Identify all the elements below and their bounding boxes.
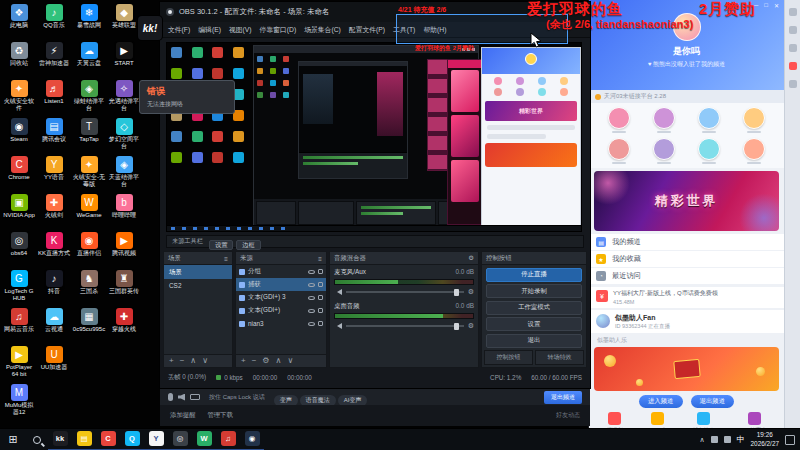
menu-item[interactable]: 停靠窗口(D) — [257, 23, 300, 37]
visibility-eye-icon[interactable] — [308, 322, 315, 326]
taskbar-app[interactable]: ♫ — [216, 429, 240, 450]
volume-icon[interactable] — [724, 436, 731, 443]
source-toolbar-button[interactable]: 设置 — [209, 240, 233, 250]
desktop-icon[interactable]: ✚ 穿越火线 — [107, 308, 141, 344]
taskbar-app[interactable]: Q — [120, 429, 144, 450]
desktop-icon[interactable]: ✦ 火绒安全-无毒版 — [72, 156, 106, 192]
speaker-icon[interactable] — [334, 323, 342, 329]
desktop-icon[interactable]: ▶ 腾讯视频 — [107, 232, 141, 268]
scenes-toolbar-button[interactable]: − — [180, 357, 185, 365]
lock-icon[interactable] — [318, 295, 323, 300]
source-item[interactable]: 分组 — [236, 265, 326, 278]
desktop-icon[interactable]: W WeGame — [72, 194, 106, 230]
desktop-icon[interactable]: ♻ 回收站 — [2, 42, 36, 78]
control-button[interactable]: 退出 — [486, 334, 582, 348]
menu-item[interactable]: 编辑(E) — [195, 23, 224, 37]
desktop-icon[interactable]: ♞ 三国杀 — [72, 270, 106, 306]
control-button[interactable]: 开始录制 — [486, 284, 582, 298]
desktop-icon[interactable]: ♫ 网易云音乐 — [2, 308, 36, 344]
taskbar-app[interactable]: C — [96, 429, 120, 450]
channel-action-button[interactable]: 退出频道 — [691, 395, 735, 408]
desktop-icon[interactable]: ♪ QQ音乐 — [37, 4, 71, 40]
rail-icon[interactable] — [789, 8, 797, 16]
desktop-icon[interactable]: G LogTech G HUB — [2, 270, 36, 306]
collapsed-dock-tab[interactable]: 控制按钮 — [484, 350, 533, 365]
search-button[interactable] — [26, 436, 48, 444]
scenes-toolbar-button[interactable]: ∨ — [202, 357, 208, 365]
shortcut-item[interactable]: 玩游戏 — [650, 412, 667, 429]
desktop-icon[interactable]: ◈ 绿蛙结弹平台 — [72, 80, 106, 116]
rail-gift-icon[interactable] — [789, 62, 797, 70]
dock-menu-icon[interactable]: ≡ — [224, 255, 228, 262]
desktop-icon[interactable]: ✧ 光遇结弹平台 — [107, 80, 141, 116]
taskbar-app[interactable]: ◎ — [168, 429, 192, 450]
lock-icon[interactable] — [318, 321, 323, 326]
desktop-icon[interactable]: ♜ 三国群英传 — [107, 270, 141, 306]
input-language-indicator[interactable]: 中 — [737, 434, 745, 445]
source-item[interactable]: 捕获 — [236, 278, 326, 291]
anchor-avatar[interactable] — [608, 107, 630, 129]
desktop-icon[interactable]: M MuMu模拟器12 — [2, 384, 36, 420]
sources-toolbar-button[interactable]: ∨ — [287, 357, 293, 365]
error-popup[interactable]: 错误 无法连接网络 — [139, 80, 235, 114]
channel-gear-icon[interactable] — [468, 322, 474, 330]
volume-slider[interactable] — [346, 291, 464, 293]
desktop-icon[interactable]: ◆ 英雄联盟 — [107, 4, 141, 40]
anchor-avatar[interactable] — [653, 107, 675, 129]
sources-toolbar-button[interactable]: + — [241, 357, 246, 365]
scene-item[interactable]: 场景 — [164, 265, 232, 279]
rail-icon[interactable] — [789, 26, 797, 34]
volume-slider[interactable] — [346, 325, 464, 327]
source-toolbar-button[interactable]: 边框 — [236, 240, 260, 250]
desktop-icon[interactable]: ❄ 暴雪战网 — [72, 4, 106, 40]
desktop-icon[interactable]: U UU加速器 — [37, 346, 71, 382]
window-control-button[interactable]: □ — [764, 2, 768, 9]
collapsed-dock-tab[interactable]: 转场特效 — [535, 350, 584, 365]
mixer-gear-icon[interactable]: ⚙ — [468, 254, 474, 262]
scenes-toolbar-button[interactable]: ∧ — [190, 357, 196, 365]
lock-icon[interactable] — [318, 308, 323, 313]
dock-menu-icon[interactable]: ≡ — [318, 255, 322, 262]
desktop-icon[interactable]: ✦ 火绒安全软件 — [2, 80, 36, 116]
control-button[interactable]: 设置 — [486, 317, 582, 331]
desktop-icon[interactable]: ▣ NVIDIA App — [2, 194, 36, 230]
desktop-icon[interactable]: ▶ PotPlayer 64 bit — [2, 346, 36, 382]
sources-toolbar-button[interactable]: ⚙ — [262, 357, 269, 365]
desktop-icon[interactable]: ◎ obs64 — [2, 232, 36, 268]
visibility-eye-icon[interactable] — [308, 283, 315, 287]
anchor-avatar[interactable] — [698, 107, 720, 129]
window-control-button[interactable]: ✕ — [774, 2, 779, 9]
visibility-eye-icon[interactable] — [308, 296, 315, 300]
rail-icon[interactable] — [789, 44, 797, 52]
welfare-promo-row[interactable]: ¥ YY福利大厅-新版上线，Q币话费免费领 415.48M — [589, 287, 784, 308]
visibility-eye-icon[interactable] — [308, 270, 315, 274]
channel-gear-icon[interactable] — [468, 288, 474, 296]
desktop-icon[interactable]: ✚ 火绒剑 — [37, 194, 71, 230]
start-button[interactable]: ⊞ — [0, 433, 26, 446]
anchor-avatar[interactable] — [743, 138, 765, 160]
desktop-icon[interactable]: b 哔哩哔哩 — [107, 194, 141, 230]
exit-channel-button[interactable]: 退出频道 — [544, 391, 582, 404]
desktop-icon[interactable]: ☁ 云视通 — [37, 308, 71, 344]
taskbar-app[interactable]: Y — [144, 429, 168, 450]
scene-item[interactable]: CS2 — [164, 279, 232, 291]
desktop-icon[interactable]: ◉ Ste­am — [2, 118, 36, 154]
shortcut-item[interactable]: 领福利 — [606, 412, 623, 429]
desktop-icon[interactable]: ◈ 天蓝结弹平台 — [107, 156, 141, 192]
sources-toolbar-button[interactable]: − — [252, 357, 257, 365]
add-reminder-link[interactable]: 添加提醒 — [170, 411, 196, 420]
anchor-avatar[interactable] — [698, 138, 720, 160]
desktop-icon[interactable]: C Chrome — [2, 156, 36, 192]
microphone-icon[interactable] — [168, 393, 173, 401]
taskbar-app[interactable]: ▤ — [72, 429, 96, 450]
taskbar-app[interactable]: kk — [48, 429, 72, 450]
anchor-avatar[interactable] — [608, 138, 630, 160]
desktop-icon[interactable]: ▶ START — [107, 42, 141, 78]
lock-icon[interactable] — [318, 269, 323, 274]
menu-item[interactable]: 文件(F) — [165, 23, 193, 37]
notification-center-icon[interactable] — [785, 435, 795, 445]
rail-icon[interactable] — [789, 80, 797, 88]
source-item[interactable]: 文本(GDI+) — [236, 304, 326, 317]
source-item[interactable]: nian3 — [236, 317, 326, 330]
shortcut-item[interactable]: 1元抽盲盒 — [742, 412, 767, 429]
